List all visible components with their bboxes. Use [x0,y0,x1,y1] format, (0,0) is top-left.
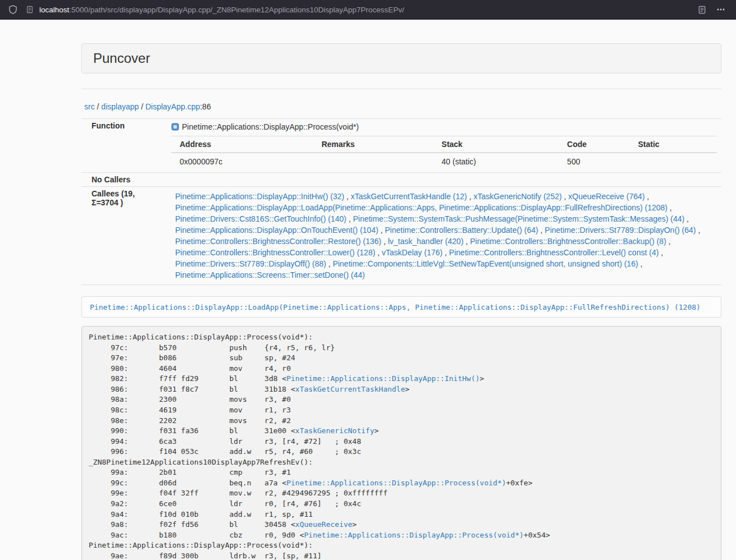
function-cell: Pinetime::Applications::DisplayApp::Proc… [167,119,721,173]
callee-separator: , [659,248,663,257]
callee-link[interactable]: Pinetime::Drivers::St7789::DisplayOff() … [175,259,326,268]
metrics-table: AddressRemarksStackCodeStatic 0x0000097c… [171,136,717,170]
code-symbol-link[interactable]: Pinetime::Applications::DisplayApp::Init… [286,374,479,383]
reader-view-icon[interactable] [697,4,707,15]
metrics-header-row: AddressRemarksStackCodeStatic [171,136,717,153]
metrics-column-header: Address [171,136,313,153]
callees-row: Callees (19, Σ=3704 ) Pinetime::Applicat… [81,187,721,285]
callee-link[interactable]: Pinetime::Applications::DisplayApp::Init… [175,192,344,201]
browser-chrome: localhost:5000/path/src/displayapp/Displ… [0,0,736,20]
callee-separator: , [562,192,569,201]
callees-label: Callees (19, Σ=3704 ) [81,187,167,285]
symbol-panel: Pinetime::Applications::DisplayApp::Load… [81,296,721,318]
code-symbol-link[interactable]: xTaskGetCurrentTaskHandle [295,385,405,393]
breadcrumb-link[interactable]: displayapp [101,102,139,111]
callee-separator: , [344,192,351,201]
callee-link[interactable]: Pinetime::System::SystemTask::PushMessag… [353,214,685,223]
callee-separator: , [326,259,333,268]
breadcrumb-separator: / [95,102,102,111]
callee-link[interactable]: Pinetime::Drivers::St7789::DisplayOn() (… [545,226,696,235]
callee-link[interactable]: Pinetime::Components::LittleVgl::SetNewT… [333,259,638,268]
function-name: Pinetime::Applications::DisplayApp::Proc… [182,121,359,132]
url-path: :5000/path/src/displayapp/DisplayApp.cpp… [69,6,404,14]
metrics-column-header: Stack [433,136,559,153]
callee-link[interactable]: xTaskGenericNotify (252) [473,192,561,201]
callee-separator: , [464,237,470,246]
callee-separator: , [668,203,672,212]
callee-separator: , [638,259,643,268]
metrics-value-static [629,153,717,170]
breadcrumb-line-number: :86 [200,102,211,111]
breadcrumb-link[interactable]: src [84,102,95,111]
code-symbol-link[interactable]: xQueueReceive [295,520,353,529]
function-name-line: Pinetime::Applications::DisplayApp::Proc… [171,121,717,132]
metrics-value-code: 500 [559,153,629,170]
function-row: Function Pinetime::Applications::Display… [81,119,721,173]
callee-link[interactable]: xTaskGetCurrentTaskHandle (12) [351,192,467,201]
metrics-value-stack: 40 (static) [433,153,559,170]
url-bar[interactable]: localhost:5000/path/src/displayapp/Displ… [25,4,690,15]
metrics-column-header: Code [559,136,629,153]
callee-link[interactable]: Pinetime::Controllers::BrightnessControl… [175,248,375,257]
metrics-column-header: Remarks [313,136,433,153]
callee-link[interactable]: xQueueReceive (764) [568,192,644,201]
breadcrumb-link[interactable]: DisplayApp.cpp [145,102,200,111]
code-symbol-link[interactable]: xTaskGenericNotify [295,426,374,435]
metrics-value-address: 0x0000097c [171,153,313,170]
code-symbol-link[interactable]: Pinetime::Applications::DisplayApp::Proc… [304,531,524,539]
symbol-link[interactable]: Pinetime::Applications::DisplayApp::Load… [90,303,701,311]
page-title-box: Puncover [81,43,721,74]
callee-separator: , [346,214,353,223]
callee-separator: , [684,214,689,223]
menu-dots-icon[interactable] [716,4,726,15]
breadcrumb: src / displayapp / DisplayApp.cpp:86 [81,102,721,111]
callees-list: Pinetime::Applications::DisplayApp::Init… [167,187,721,285]
callee-separator: , [644,192,649,201]
callee-separator: , [442,248,449,257]
callee-link[interactable]: Pinetime::Drivers::Cst816S::GetTouchInfo… [175,214,346,223]
callee-link[interactable]: Pinetime::Controllers::BrightnessControl… [449,248,659,257]
metrics-value-remarks [313,153,433,170]
callee-separator: , [467,192,474,201]
code-symbol-link[interactable]: Pinetime::Applications::DisplayApp::Proc… [286,479,506,487]
callee-link[interactable]: Pinetime::Applications::DisplayApp::Load… [175,203,668,212]
browser-actions [697,4,728,15]
metrics-value-row: 0x0000097c40 (static)500 [171,153,717,170]
callee-separator: , [666,237,671,246]
callee-separator: , [381,237,388,246]
callee-link[interactable]: Pinetime::Controllers::BrightnessControl… [175,237,381,246]
metrics-column-header: Static [629,136,717,153]
callee-link[interactable]: Pinetime::Controllers::BrightnessControl… [470,237,666,246]
function-type-icon [171,123,179,131]
callee-link[interactable]: vTaskDelay (176) [382,248,442,257]
breadcrumb-separator: / [139,102,145,111]
callee-link[interactable]: Pinetime::Applications::Screens::Timer::… [175,270,365,279]
function-label: Function [81,119,167,173]
page-title: Puncover [93,51,150,66]
callee-separator: , [375,248,382,257]
callee-separator: , [696,226,701,235]
function-info-table: Function Pinetime::Applications::Display… [81,118,721,285]
callee-link[interactable]: lv_task_handler (420) [388,237,464,246]
shield-icon[interactable] [8,4,18,15]
no-callers-row: No Callers [81,173,721,187]
no-callers-cell [167,173,721,187]
callee-separator: , [378,226,385,235]
callee-separator: , [538,226,545,235]
disassembly-block: Pinetime::Applications::DisplayApp::Proc… [81,326,721,560]
url-text: localhost:5000/path/src/displayapp/Displ… [39,6,404,14]
callee-link[interactable]: Pinetime::Applications::DisplayApp::OnTo… [175,226,378,235]
callee-link[interactable]: Pinetime::Controllers::Battery::Update()… [385,226,538,235]
main-content: Puncover src / displayapp / DisplayApp.c… [81,20,721,560]
url-host: localhost [39,6,69,14]
divider [81,89,721,89]
page-icon [25,4,35,15]
no-callers-label: No Callers [81,173,167,187]
